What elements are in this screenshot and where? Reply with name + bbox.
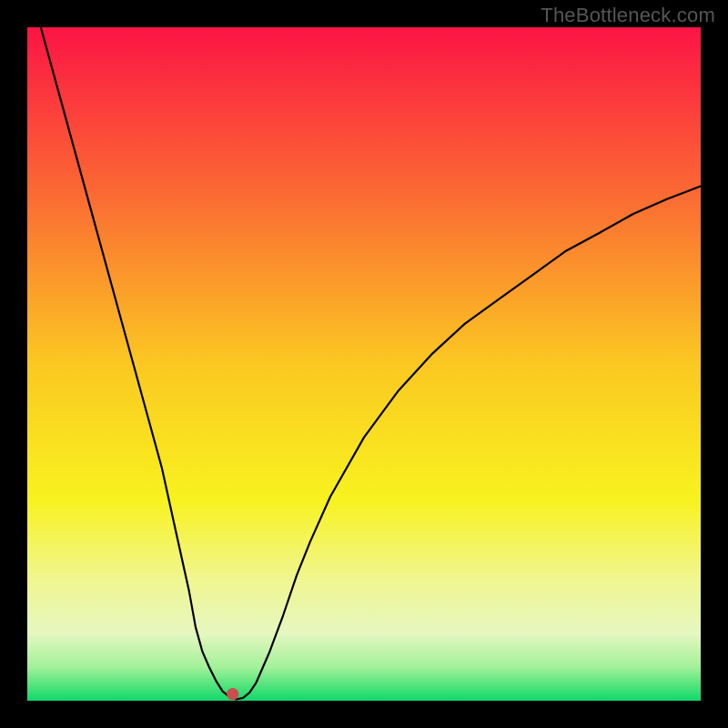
plot-area xyxy=(27,27,701,701)
chart-frame: TheBottleneck.com xyxy=(0,0,728,728)
watermark-text: TheBottleneck.com xyxy=(541,4,715,27)
curve-line xyxy=(27,27,701,701)
minimum-marker xyxy=(227,688,238,700)
